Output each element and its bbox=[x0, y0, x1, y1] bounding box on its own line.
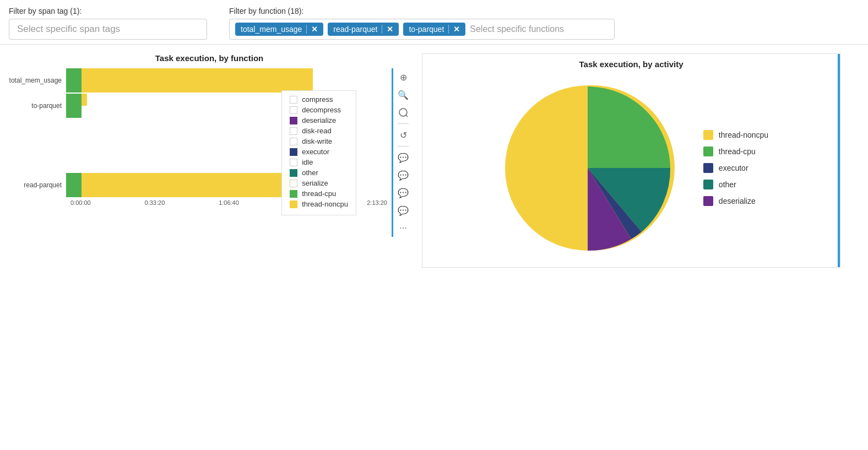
legend-swatch-pie-thread-noncpu bbox=[703, 130, 713, 140]
chart-toolbar: ⊕ 🔍 ↺ 💬 💬 💬 💬 ··· bbox=[392, 68, 413, 237]
legend-item-disk-read: disk-read bbox=[290, 127, 348, 135]
pie-slice-thread-noncpu-close bbox=[505, 85, 588, 251]
comment-icon-2[interactable]: 💬 bbox=[397, 169, 410, 182]
legend-item-executor: executor bbox=[290, 148, 348, 156]
tag-chip-total-mem-usage[interactable]: total_mem_usage ✕ bbox=[235, 23, 323, 36]
chip-separator-2 bbox=[382, 25, 382, 34]
legend-swatch-decompress bbox=[290, 106, 297, 114]
comment-icon-4[interactable]: 💬 bbox=[397, 204, 410, 217]
legend-item-deserialize-pie: deserialize bbox=[703, 196, 768, 206]
bar-legend: compress decompress deserialize disk-rea… bbox=[281, 90, 356, 215]
legend-swatch-idle bbox=[290, 159, 297, 166]
charts-area: Task execution, by function total_mem_us… bbox=[0, 45, 868, 273]
function-tags-row: total_mem_usage ✕ read-parquet ✕ to-parq… bbox=[229, 19, 615, 40]
bar-chart-container: Task execution, by function total_mem_us… bbox=[6, 53, 413, 268]
function-placeholder[interactable]: Select specific functions bbox=[470, 24, 564, 34]
chip-close-total-mem[interactable]: ✕ bbox=[311, 25, 318, 34]
legend-item-thread-noncpu: thread-noncpu bbox=[290, 200, 348, 208]
legend-swatch-disk-read bbox=[290, 127, 297, 135]
function-filter-label: Filter by function (18): bbox=[229, 7, 615, 15]
legend-swatch-pie-other bbox=[703, 180, 713, 189]
legend-item-disk-write: disk-write bbox=[290, 137, 348, 145]
pie-chart-container: Task execution, by activity bbox=[422, 53, 840, 268]
bar-segment-noncpu-1 bbox=[82, 68, 313, 93]
tag-chip-to-parquet[interactable]: to-parquet ✕ bbox=[403, 23, 465, 36]
legend-swatch-compress bbox=[290, 96, 297, 104]
span-tag-label: Filter by span tag (1): bbox=[9, 7, 207, 15]
legend-swatch-deserialize bbox=[290, 117, 297, 124]
x-label-0: 0:00:00 bbox=[70, 199, 91, 206]
chip-separator-3 bbox=[448, 25, 449, 34]
lasso-icon[interactable] bbox=[397, 106, 410, 119]
span-tag-filter: Filter by span tag (1): Select specific … bbox=[9, 7, 207, 40]
bar-segment-noncpu-2a bbox=[82, 94, 87, 106]
y-label-read-parquet: read-parquet bbox=[6, 181, 66, 189]
legend-swatch-disk-write bbox=[290, 138, 297, 145]
y-label-to-parquet: to-parquet bbox=[6, 102, 66, 110]
legend-swatch-pie-thread-cpu bbox=[703, 147, 713, 156]
chip-close-to-parquet[interactable]: ✕ bbox=[453, 25, 460, 34]
legend-item-thread-cpu: thread-cpu bbox=[703, 147, 768, 156]
bar-segment-cpu-3 bbox=[66, 173, 82, 197]
comment-icon-3[interactable]: 💬 bbox=[397, 186, 410, 199]
pie-legend: thread-noncpu thread-cpu executor other … bbox=[703, 130, 768, 206]
legend-swatch-thread-cpu bbox=[290, 190, 297, 198]
chip-separator bbox=[306, 25, 307, 34]
bar-segment-noncpu-3 bbox=[82, 173, 296, 197]
x-label-4: 2:13:20 bbox=[367, 199, 387, 206]
legend-swatch-serialize bbox=[290, 180, 297, 187]
bar-chart-title: Task execution, by function bbox=[6, 53, 413, 63]
svg-point-0 bbox=[399, 109, 407, 116]
legend-item-compress: compress bbox=[290, 95, 348, 104]
filter-bar: Filter by span tag (1): Select specific … bbox=[0, 0, 868, 45]
legend-swatch-pie-executor bbox=[703, 163, 713, 173]
bar-segment-cpu-1 bbox=[66, 68, 82, 93]
legend-item-serialize: serialize bbox=[290, 179, 348, 187]
bar-segment-cpu-2 bbox=[66, 94, 82, 118]
legend-item-executor-pie: executor bbox=[703, 163, 768, 173]
toolbar-divider-1 bbox=[398, 123, 409, 124]
bar-row-total-mem-usage: total_mem_usage bbox=[6, 68, 389, 93]
legend-swatch-executor bbox=[290, 148, 297, 156]
span-tag-input[interactable]: Select specific span tags bbox=[9, 19, 207, 40]
pie-chart-svg bbox=[494, 74, 681, 262]
svg-line-1 bbox=[406, 115, 408, 117]
legend-item-deserialize: deserialize bbox=[290, 116, 348, 124]
zoom-icon[interactable]: 🔍 bbox=[397, 88, 410, 101]
function-filter: Filter by function (18): total_mem_usage… bbox=[229, 7, 615, 40]
chip-close-read-parquet[interactable]: ✕ bbox=[387, 25, 393, 34]
bar-track-total-mem bbox=[66, 68, 389, 93]
legend-swatch-other bbox=[290, 169, 297, 177]
legend-item-other-pie: other bbox=[703, 180, 768, 189]
x-label-1: 0:33:20 bbox=[145, 199, 165, 206]
legend-item-other: other bbox=[290, 169, 348, 177]
legend-item-thread-noncpu: thread-noncpu bbox=[703, 130, 768, 140]
tag-chip-read-parquet[interactable]: read-parquet ✕ bbox=[328, 23, 399, 36]
x-label-2: 1:06:40 bbox=[219, 199, 239, 206]
pie-chart-inner: thread-noncpu thread-cpu executor other … bbox=[428, 74, 834, 262]
toolbar-divider-2 bbox=[398, 146, 409, 147]
more-options-icon[interactable]: ··· bbox=[397, 221, 410, 235]
pie-chart-title: Task execution, by activity bbox=[428, 59, 834, 69]
move-icon[interactable]: ⊕ bbox=[397, 71, 410, 84]
legend-swatch-pie-deserialize bbox=[703, 196, 713, 206]
y-label-total-mem: total_mem_usage bbox=[6, 77, 66, 84]
legend-item-decompress: decompress bbox=[290, 106, 348, 114]
legend-item-idle: idle bbox=[290, 158, 348, 166]
reset-icon[interactable]: ↺ bbox=[397, 128, 410, 142]
pie-chart-accent bbox=[838, 54, 840, 267]
legend-item-thread-cpu: thread-cpu bbox=[290, 189, 348, 198]
legend-swatch-thread-noncpu bbox=[290, 200, 297, 208]
comment-icon-1[interactable]: 💬 bbox=[397, 151, 410, 164]
